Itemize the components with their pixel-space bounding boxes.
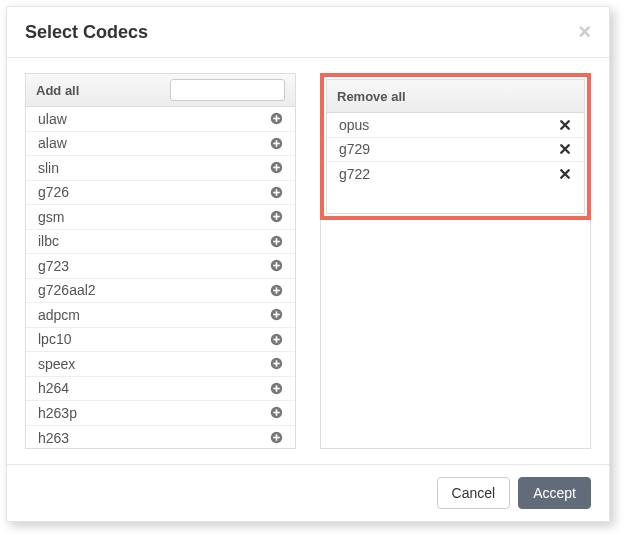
available-panel-box: Add all ulawalawsling726gsmilbcg723g726a…	[25, 73, 296, 449]
plus-circle-icon[interactable]	[269, 136, 283, 150]
codec-name: ilbc	[38, 233, 269, 249]
svg-rect-5	[273, 142, 280, 144]
codec-name: speex	[38, 356, 269, 372]
list-item[interactable]: lpc10	[26, 328, 295, 353]
plus-circle-icon[interactable]	[269, 406, 283, 420]
codec-name: g723	[38, 258, 269, 274]
list-item[interactable]: speex	[26, 352, 295, 377]
list-item[interactable]: slin	[26, 156, 295, 181]
remove-x-icon[interactable]	[558, 118, 572, 132]
codec-name: g729	[339, 141, 558, 157]
accept-button[interactable]: Accept	[518, 477, 591, 509]
list-item[interactable]: ilbc	[26, 230, 295, 255]
list-item[interactable]: g726aal2	[26, 279, 295, 304]
list-item[interactable]: h263	[26, 426, 295, 449]
codec-name: h263p	[38, 405, 269, 421]
add-all-label: Add all	[36, 83, 79, 98]
plus-circle-icon[interactable]	[269, 431, 283, 445]
modal-body: Add all ulawalawsling726gsmilbcg723g726a…	[7, 58, 609, 464]
codec-name: ulaw	[38, 111, 269, 127]
available-codecs-panel: Add all ulawalawsling726gsmilbcg723g726a…	[25, 73, 296, 449]
list-item[interactable]: g729	[327, 138, 584, 163]
svg-rect-41	[273, 437, 280, 439]
close-icon[interactable]: ×	[578, 21, 591, 43]
svg-rect-35	[273, 387, 280, 389]
list-item[interactable]: ulaw	[26, 107, 295, 132]
codec-name: h264	[38, 380, 269, 396]
codec-name: g726	[38, 184, 269, 200]
plus-circle-icon[interactable]	[269, 259, 283, 273]
list-item[interactable]: gsm	[26, 205, 295, 230]
list-item[interactable]: h263p	[26, 401, 295, 426]
list-item[interactable]: opus	[327, 113, 584, 138]
remove-x-icon[interactable]	[558, 167, 572, 181]
list-item[interactable]: h264	[26, 377, 295, 402]
svg-rect-8	[273, 167, 280, 169]
codec-name: alaw	[38, 135, 269, 151]
selected-panel-empty-area	[320, 220, 591, 449]
svg-rect-17	[273, 240, 280, 242]
plus-circle-icon[interactable]	[269, 332, 283, 346]
svg-rect-29	[273, 338, 280, 340]
codec-filter-input[interactable]	[170, 79, 285, 101]
svg-rect-26	[273, 314, 280, 316]
plus-circle-icon[interactable]	[269, 308, 283, 322]
cancel-button[interactable]: Cancel	[437, 477, 511, 509]
svg-rect-14	[273, 216, 280, 218]
plus-circle-icon[interactable]	[269, 112, 283, 126]
plus-circle-icon[interactable]	[269, 283, 283, 297]
list-item[interactable]: g723	[26, 254, 295, 279]
svg-rect-11	[273, 191, 280, 193]
plus-circle-icon[interactable]	[269, 161, 283, 175]
plus-circle-icon[interactable]	[269, 185, 283, 199]
modal-title: Select Codecs	[25, 22, 148, 43]
list-item[interactable]: adpcm	[26, 303, 295, 328]
add-all-header[interactable]: Add all	[26, 74, 295, 107]
available-codec-list[interactable]: ulawalawsling726gsmilbcg723g726aal2adpcm…	[26, 107, 295, 448]
plus-circle-icon[interactable]	[269, 357, 283, 371]
codec-name: adpcm	[38, 307, 269, 323]
selected-codec-list[interactable]: opusg729g722	[327, 113, 584, 213]
selected-codecs-panel: Remove all opusg729g722	[320, 73, 591, 449]
codec-name: h263	[38, 430, 269, 446]
svg-rect-23	[273, 289, 280, 291]
list-item[interactable]: alaw	[26, 132, 295, 157]
selected-highlight-box: Remove all opusg729g722	[320, 73, 591, 220]
remove-x-icon[interactable]	[558, 142, 572, 156]
plus-circle-icon[interactable]	[269, 234, 283, 248]
remove-all-label: Remove all	[337, 89, 406, 104]
codec-name: lpc10	[38, 331, 269, 347]
list-item[interactable]: g722	[327, 162, 584, 187]
codec-name: g726aal2	[38, 282, 269, 298]
svg-rect-38	[273, 412, 280, 414]
remove-all-header[interactable]: Remove all	[327, 80, 584, 113]
modal-header: Select Codecs ×	[7, 7, 609, 58]
selected-panel-inner: Remove all opusg729g722	[326, 79, 585, 214]
plus-circle-icon[interactable]	[269, 210, 283, 224]
modal-footer: Cancel Accept	[7, 464, 609, 521]
svg-rect-32	[273, 363, 280, 365]
select-codecs-modal: Select Codecs × Add all ulawalawsling726…	[6, 6, 610, 522]
plus-circle-icon[interactable]	[269, 381, 283, 395]
svg-rect-20	[273, 265, 280, 267]
svg-rect-2	[273, 118, 280, 120]
codec-columns: Add all ulawalawsling726gsmilbcg723g726a…	[25, 73, 591, 449]
codec-name: g722	[339, 166, 558, 182]
codec-name: gsm	[38, 209, 269, 225]
list-item[interactable]: g726	[26, 181, 295, 206]
codec-name: slin	[38, 160, 269, 176]
codec-name: opus	[339, 117, 558, 133]
